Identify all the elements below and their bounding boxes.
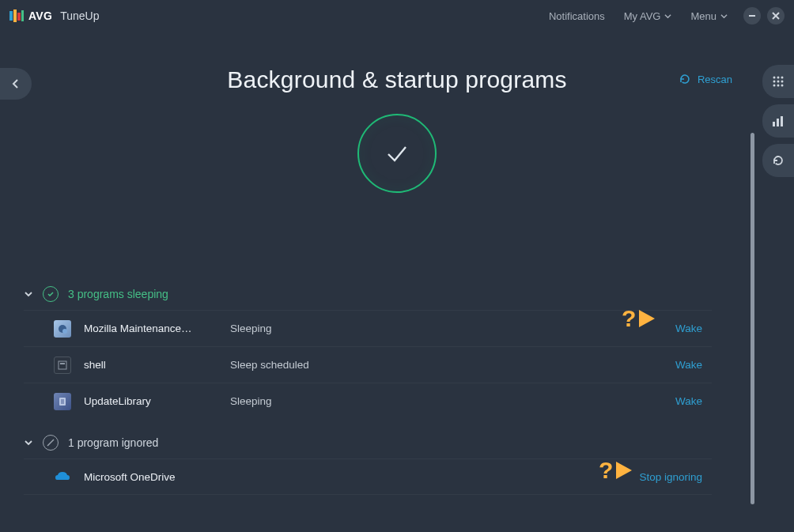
minimize-icon (748, 12, 756, 20)
program-row[interactable]: Mozilla Maintenance… Sleeping Wake (24, 310, 712, 346)
brand-text: AVG (28, 9, 52, 22)
svg-point-11 (773, 85, 776, 87)
grid-icon (772, 75, 785, 88)
program-icon (54, 357, 71, 374)
section-label: 3 programs sleeping (68, 288, 168, 300)
product-text: TuneUp (60, 9, 99, 22)
program-row[interactable]: shell Sleep scheduled Wake (24, 346, 712, 383)
svg-rect-2 (17, 13, 21, 21)
avg-logo-icon (9, 9, 24, 23)
svg-point-5 (773, 77, 776, 79)
program-name: Mozilla Maintenance… (84, 323, 230, 334)
svg-rect-1 (13, 9, 17, 22)
svg-point-12 (777, 85, 780, 87)
wake-button[interactable]: Wake (675, 395, 712, 407)
page-title: Background & startup programs (0, 66, 794, 93)
chevron-down-icon (664, 13, 671, 20)
svg-point-9 (777, 81, 780, 83)
checkmark-icon (382, 138, 412, 168)
svg-rect-0 (9, 11, 13, 21)
section-header-ignored[interactable]: 1 program ignored (24, 430, 712, 458)
rescan-label: Rescan (698, 74, 732, 85)
history-icon (772, 154, 785, 167)
program-status: Sleeping (230, 395, 675, 407)
section-header-sleeping[interactable]: 3 programs sleeping (24, 281, 712, 310)
program-icon (54, 320, 71, 338)
svg-point-18 (62, 329, 67, 334)
svg-rect-14 (773, 122, 775, 126)
scrollbar-thumb[interactable] (751, 133, 754, 504)
app-logo: AVG TuneUp (9, 9, 100, 23)
program-row[interactable]: Microsoft OneDrive Stop ignoring (24, 458, 712, 495)
chevron-left-icon (11, 79, 21, 89)
wake-button[interactable]: Wake (675, 323, 712, 334)
check-circle-icon (43, 286, 59, 302)
title-bar: AVG TuneUp Notifications My AVG Menu (0, 0, 794, 32)
notifications-link[interactable]: Notifications (539, 6, 614, 27)
back-button[interactable] (0, 68, 32, 100)
svg-point-10 (781, 81, 784, 83)
svg-rect-19 (59, 361, 66, 369)
bar-chart-icon (772, 115, 785, 127)
svg-rect-15 (777, 119, 779, 126)
side-tab-chart[interactable] (762, 104, 794, 138)
svg-point-13 (781, 85, 784, 87)
side-tab-group (762, 65, 794, 177)
program-status: Sleep scheduled (230, 359, 675, 371)
close-button[interactable] (767, 7, 785, 25)
menu-label: Menu (690, 10, 716, 22)
chevron-down-icon (24, 289, 33, 299)
program-icon (54, 468, 71, 485)
slash-circle-icon (43, 435, 59, 451)
minimize-button[interactable] (743, 7, 761, 25)
svg-rect-16 (781, 116, 783, 126)
side-tab-history[interactable] (762, 144, 794, 177)
chevron-down-icon (720, 13, 728, 20)
close-icon (772, 12, 780, 20)
wake-button[interactable]: Wake (675, 359, 712, 371)
side-tab-grid[interactable] (762, 65, 794, 98)
rescan-button[interactable]: Rescan (679, 73, 732, 85)
my-avg-menu[interactable]: My AVG (614, 6, 682, 27)
program-name: UpdateLibrary (84, 395, 230, 407)
chevron-down-icon (24, 438, 33, 447)
main-menu[interactable]: Menu (681, 6, 737, 27)
status-check-ring (357, 114, 437, 193)
program-name: shell (84, 359, 230, 371)
stop-ignoring-button[interactable]: Stop ignoring (639, 471, 712, 483)
my-avg-label: My AVG (624, 10, 661, 22)
program-icon (54, 393, 71, 410)
svg-point-6 (777, 77, 780, 79)
refresh-icon (679, 73, 691, 85)
svg-line-22 (47, 440, 54, 446)
svg-rect-3 (21, 10, 24, 21)
svg-point-7 (781, 77, 784, 79)
svg-rect-20 (60, 363, 65, 364)
program-list: 3 programs sleeping Mozilla Maintenance…… (0, 281, 735, 495)
program-status: Sleeping (230, 323, 675, 334)
section-label: 1 program ignored (68, 436, 158, 449)
program-row[interactable]: UpdateLibrary Sleeping Wake (24, 383, 712, 419)
svg-point-8 (773, 81, 776, 83)
program-name: Microsoft OneDrive (84, 471, 230, 483)
notifications-label: Notifications (549, 10, 605, 22)
